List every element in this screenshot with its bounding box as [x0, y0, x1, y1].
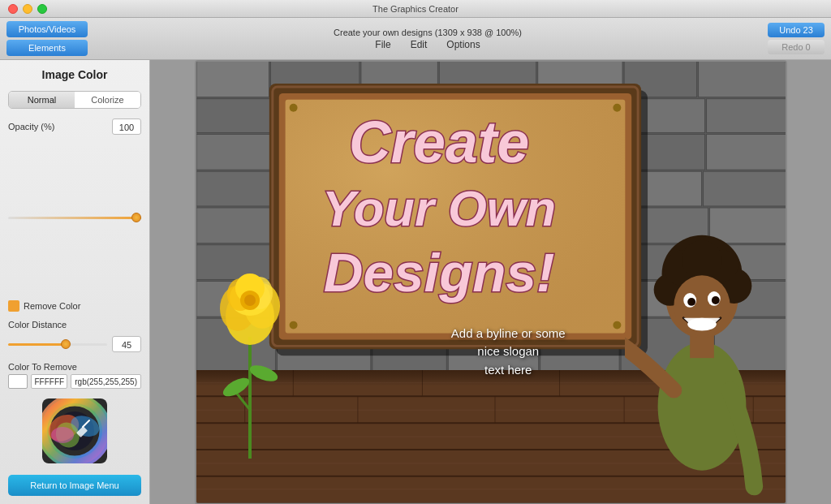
- svg-point-121: [682, 240, 722, 280]
- color-rgb-display: rgb(255,255,255): [71, 374, 141, 389]
- svg-point-103: [248, 362, 280, 384]
- top-toolbar: Photos/Videos Elements Create your own d…: [0, 18, 831, 60]
- app-container: Photos/Videos Elements Create your own d…: [0, 18, 831, 504]
- svg-point-127: [687, 318, 717, 331]
- svg-text:Your Own: Your Own: [322, 179, 556, 235]
- yellow-rose: [213, 239, 286, 459]
- svg-rect-24: [706, 98, 785, 132]
- opacity-label: Opacity (%): [8, 122, 54, 131]
- options-menu[interactable]: Options: [446, 39, 480, 50]
- color-wheel[interactable]: [42, 398, 107, 463]
- svg-point-112: [244, 295, 256, 306]
- canvas-scene: Create Your Own Designs! Add a byline or…: [196, 62, 786, 503]
- svg-point-95: [289, 321, 297, 329]
- color-distance-row: 45: [8, 336, 141, 352]
- toolbar-menu: File Edit Options: [375, 39, 480, 50]
- color-to-remove-label: Color To Remove: [8, 362, 141, 372]
- color-wheel-container: [8, 398, 141, 463]
- color-to-remove-section: Color To Remove FFFFFF rgb(255,255,255): [8, 360, 141, 389]
- toolbar-center: Create your own designs (1309 x 938 @ 10…: [94, 28, 761, 50]
- opacity-value[interactable]: 100: [112, 118, 141, 135]
- sign-frame: Create Your Own Designs!: [267, 84, 650, 357]
- svg-point-126: [712, 296, 720, 304]
- cd-thumb: [61, 339, 71, 349]
- opacity-row: Opacity (%) 100: [8, 118, 141, 135]
- file-menu[interactable]: File: [375, 39, 390, 50]
- canvas-area: Create Your Own Designs! Add a byline or…: [150, 60, 831, 504]
- opacity-thumb: [131, 213, 141, 222]
- subtext-area: Add a byline or some nice slogan text he…: [385, 325, 632, 380]
- close-button[interactable]: [8, 4, 18, 14]
- minimize-button[interactable]: [23, 4, 32, 14]
- canvas-frame[interactable]: Create Your Own Designs! Add a byline or…: [195, 60, 787, 504]
- title-bar: The Graphics Creator: [0, 0, 831, 18]
- svg-point-102: [221, 374, 252, 400]
- person: [625, 149, 779, 502]
- cd-track: [8, 343, 107, 346]
- remove-color-row[interactable]: Remove Color: [8, 300, 141, 312]
- color-distance-label: Color Distance: [8, 320, 141, 330]
- edit-menu[interactable]: Edit: [411, 39, 428, 50]
- maximize-button[interactable]: [37, 4, 47, 14]
- color-swatch[interactable]: [8, 374, 28, 389]
- svg-rect-25: [196, 134, 275, 170]
- svg-rect-11: [196, 62, 269, 97]
- svg-text:Create: Create: [349, 110, 529, 174]
- left-panel: Image Color Normal Colorize Opacity (%) …: [0, 60, 150, 504]
- return-to-image-menu-button[interactable]: Return to Image Menu: [8, 475, 141, 496]
- panel-title: Image Color: [8, 68, 141, 81]
- color-distance-slider[interactable]: [8, 338, 107, 350]
- opacity-slider[interactable]: [8, 141, 141, 294]
- redo-button[interactable]: Redo 0: [768, 40, 825, 54]
- remove-color-checkbox[interactable]: [8, 300, 19, 312]
- nav-btn-group: Photos/Videos Elements: [6, 21, 88, 56]
- color-hex-input[interactable]: FFFFFF: [31, 374, 67, 389]
- tab-normal[interactable]: Normal: [9, 92, 75, 108]
- window-title: The Graphics Creator: [372, 4, 459, 14]
- tab-row: Normal Colorize: [8, 91, 141, 109]
- photos-videos-btn[interactable]: Photos/Videos: [6, 21, 88, 37]
- svg-rect-17: [698, 62, 785, 97]
- svg-point-125: [687, 298, 695, 306]
- color-distance-value[interactable]: 45: [112, 336, 141, 352]
- content-area: Image Color Normal Colorize Opacity (%) …: [0, 60, 831, 504]
- color-swatch-row: FFFFFF rgb(255,255,255): [8, 374, 141, 389]
- canvas-info: Create your own designs (1309 x 938 @ 10…: [334, 28, 522, 37]
- undo-redo-group: Undo 23 Redo 0: [768, 23, 825, 54]
- remove-color-label: Remove Color: [24, 301, 80, 311]
- subtext: Add a byline or some nice slogan text he…: [385, 325, 632, 380]
- svg-point-7: [51, 427, 74, 443]
- undo-button[interactable]: Undo 23: [768, 23, 825, 37]
- opacity-track: [8, 217, 141, 219]
- traffic-lights: [8, 4, 47, 14]
- svg-text:Designs!: Designs!: [323, 242, 554, 303]
- elements-btn[interactable]: Elements: [6, 40, 88, 56]
- svg-point-93: [289, 103, 297, 111]
- svg-point-94: [613, 103, 621, 111]
- tab-colorize[interactable]: Colorize: [75, 92, 140, 108]
